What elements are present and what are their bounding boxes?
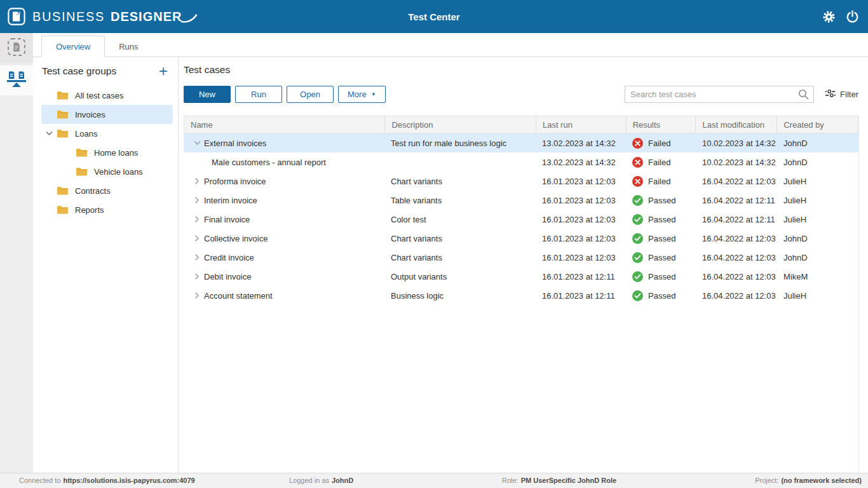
results-cell: Passed [626,271,696,282]
groups-panel-header: Test case groups + [33,57,178,83]
column-header-label: Description [391,120,433,130]
result-label: Passed [648,196,675,205]
column-header[interactable]: Created by [776,116,858,133]
last-modification-cell: 16.04.2022 at 12:03 [696,234,777,243]
column-header[interactable]: Last modification [695,116,776,133]
table-body: External invoices Test run for male busi… [184,133,858,305]
search-box [625,86,814,103]
document-capture-nav[interactable] [0,33,33,63]
column-header[interactable]: Name [184,116,384,133]
search-input[interactable] [625,90,798,99]
results-cell: Failed [626,138,696,149]
last-modification-cell: 10.02.2023 at 14:32 [696,158,777,167]
last-modification-cell: 10.02.2023 at 14:32 [696,139,777,148]
test-case-name: External invoices [204,139,266,148]
results-cell: Passed [626,290,696,301]
add-group-plus-icon[interactable]: + [159,65,168,77]
table-row[interactable]: Debit invoice Output variants 16.01.2023… [184,267,858,286]
row-expander-icon[interactable] [190,254,204,261]
row-expander-icon[interactable] [190,216,204,222]
table-row[interactable]: Proforma invoice Chart variants 16.01.20… [184,172,858,191]
tab-runs[interactable]: Runs [105,36,152,57]
test-center-nav[interactable] [0,65,33,95]
last-modification-cell: 16.04.2022 at 12:11 [696,215,777,224]
row-expander-icon[interactable] [190,273,204,280]
tab-overview[interactable]: Overview [41,36,105,57]
table-row[interactable]: Credit invoice Chart variants 16.01.2023… [184,248,858,267]
folder-icon [57,205,69,215]
last-run-cell: 13.02.2023 at 14:32 [536,158,626,167]
role-value: PM UserSpecific JohnD Role [521,477,616,484]
test-case-name: Collective invoice [204,234,268,243]
last-modification-cell: 16.04.2022 at 12:03 [696,272,777,281]
table-row[interactable]: Interim invoice Table variants 16.01.202… [184,191,858,210]
brand-second: DESIGNER [111,10,182,24]
row-expander-icon[interactable] [190,235,204,241]
row-expander-icon[interactable] [190,197,204,203]
brand-first: BUSINESS [32,10,105,24]
project-value: (no framework selected) [781,477,862,484]
tree-item-all-test-cases[interactable]: All test cases [41,86,173,105]
table-row[interactable]: Collective invoice Chart variants 16.01.… [184,229,858,248]
search-icon[interactable] [798,89,813,100]
left-icon-rail [0,33,33,473]
tree-item-contracts[interactable]: Contracts [41,181,173,200]
tree-item-label: Reports [75,205,104,215]
table-row[interactable]: Male customers - annual report 13.02.202… [184,152,858,172]
column-header-label: Created by [783,120,824,130]
test-case-group-tree: All test cases Invoices Loans [33,86,178,219]
created-by-cell: JohnD [777,139,858,148]
result-label: Passed [648,272,675,281]
more-button[interactable]: More ▼ [338,86,386,103]
result-status-icon [632,157,643,168]
open-button[interactable]: Open [287,86,334,103]
result-label: Passed [648,234,675,243]
table-row[interactable]: Final invoice Color test 16.01.2023 at 1… [184,210,858,229]
column-header[interactable]: Last run [536,116,626,133]
results-cell: Passed [626,195,696,206]
last-modification-cell: 16.04.2022 at 12:03 [696,291,777,301]
name-cell: External invoices [184,139,384,148]
description-cell: Chart variants [384,253,536,262]
table-row[interactable]: External invoices Test run for male busi… [184,133,858,152]
tree-item-loans[interactable]: Loans [41,124,173,143]
logged-in-status: Logged in asJohnD [289,477,353,484]
result-label: Failed [648,139,670,148]
new-button[interactable]: New [184,86,231,103]
tree-item-reports[interactable]: Reports [41,200,173,219]
table-right-divider [858,116,859,473]
brand-logo: BUSINESS DESIGNER [0,8,197,25]
settings-gear-icon[interactable] [822,10,836,24]
result-status-icon [632,195,643,206]
folder-icon [57,186,69,196]
tree-item-vehicle-loans[interactable]: Vehicle loans [41,162,173,181]
test-case-name: Male customers - annual report [212,158,326,167]
results-cell: Failed [626,157,696,168]
run-button[interactable]: Run [235,86,282,103]
column-header[interactable]: Results [626,116,696,133]
created-by-cell: JohnD [777,234,858,243]
tree-item-label: Vehicle loans [94,167,143,177]
table-row[interactable]: Account statement Business logic 16.01.2… [184,286,858,305]
tree-item-label: Home loans [94,148,138,158]
description-cell: Business logic [384,291,536,301]
tree-item-label: Invoices [75,110,105,119]
filter-button[interactable]: Filter [825,89,858,100]
created-by-cell: JulieH [777,196,858,205]
column-header-label: Results [633,120,660,130]
tree-expander-icon[interactable] [41,130,57,137]
result-label: Passed [648,215,675,224]
tree-item-invoices[interactable]: Invoices [41,105,173,124]
brand-swash-icon [180,14,197,25]
column-header-label: Last run [543,120,573,130]
column-header[interactable]: Description [384,116,536,133]
row-expander-icon[interactable] [190,178,204,184]
description-cell: Output variants [384,272,536,281]
folder-icon [76,147,88,158]
row-expander-icon[interactable] [190,140,204,146]
tree-item-home-loans[interactable]: Home loans [41,143,173,162]
connected-status: Connected tohttps://solutions.isis-papyr… [19,477,195,484]
row-expander-icon[interactable] [190,292,204,299]
results-cell: Failed [626,176,696,187]
power-logout-icon[interactable] [846,10,858,24]
